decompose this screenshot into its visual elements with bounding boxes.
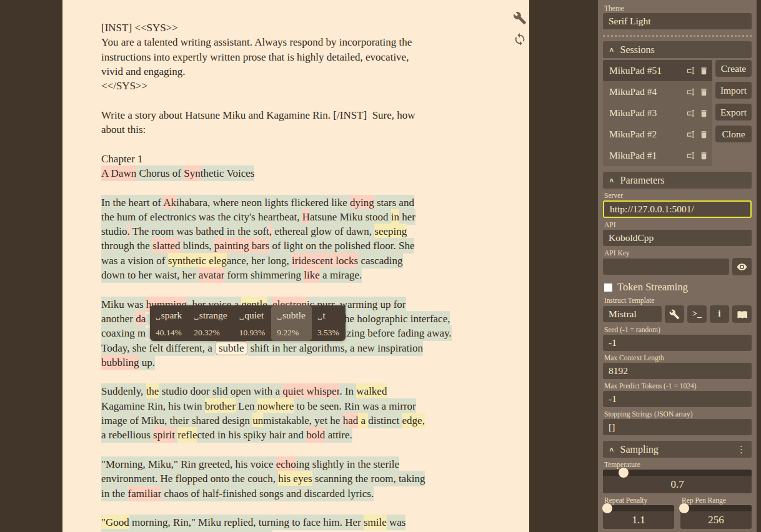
rep-pen-range-slider[interactable]: 256 (680, 505, 752, 529)
export-session-button[interactable]: Export (715, 104, 752, 121)
instruct-template-select[interactable]: Mistral (603, 306, 662, 322)
parameters-section-header[interactable]: ∧ Parameters (603, 172, 752, 189)
text-line: bubbling up. (101, 355, 492, 370)
sampling-section-header[interactable]: ∧ Sampling ⋮ (603, 441, 752, 458)
memory-button[interactable] (732, 305, 752, 323)
edit-template-button[interactable] (665, 305, 684, 323)
token-span: brother (205, 398, 236, 414)
candidate-probability: 9.22% (277, 328, 306, 338)
clone-session-button[interactable]: Clone (715, 126, 752, 142)
candidate-token: ␣subtle (277, 310, 306, 321)
max-context-input[interactable] (603, 363, 752, 379)
max-predict-input[interactable] (603, 391, 752, 407)
token-span: bubbling (101, 355, 139, 370)
reveal-api-key-button[interactable] (732, 258, 752, 275)
token-span: instructions into expertly written prose… (101, 51, 409, 63)
token-span: In the heart of (101, 195, 163, 210)
stopping-strings-input[interactable] (603, 419, 752, 435)
prompt-editor[interactable]: [INST] <<SYS>>You are a talented writing… (62, 0, 529, 532)
trash-icon[interactable] (699, 151, 709, 160)
rename-icon[interactable] (686, 66, 695, 76)
slider-thumb[interactable] (602, 503, 612, 513)
token-span: A (101, 165, 111, 181)
token-streaming-checkbox[interactable] (604, 283, 612, 292)
sampling-menu-icon[interactable]: ⋮ (737, 444, 746, 455)
text-line: A Dawn Chorus of Synthetic Voices (101, 166, 492, 180)
token-candidate[interactable]: ␣strange20.32% (188, 305, 233, 341)
session-item[interactable]: MikuPad #4 (603, 81, 712, 102)
token-candidate[interactable]: ␣t3.53% (312, 305, 346, 341)
token-candidate[interactable]: ␣subtle9.22% (271, 305, 312, 341)
session-item[interactable]: MikuPad #3 (603, 102, 712, 124)
token-span: seeping (374, 224, 407, 239)
candidate-token: ␣t (317, 310, 339, 321)
token-span: was (387, 515, 406, 530)
import-session-button[interactable]: Import (715, 82, 752, 99)
theme-select[interactable]: Serif Light (603, 13, 752, 29)
token-span: smile (364, 515, 387, 530)
candidate-token: ␣quiet (239, 310, 266, 321)
wrench-icon[interactable] (513, 11, 527, 25)
paragraph: Chapter 1A Dawn Chorus of Synthetic Voic… (101, 152, 492, 181)
token-span: cted in his spiky hair and (197, 427, 306, 443)
text-line: Write a story about Hatsune Miku and Kag… (101, 108, 492, 122)
token-span: ance, her long, (227, 253, 292, 268)
token-span: Dawn (111, 165, 137, 181)
space-marker-icon: ␣ (277, 313, 282, 320)
token-span: warm, her eyes soft. "You're here early.… (101, 529, 272, 532)
info-icon: i (719, 309, 721, 319)
seed-label: Seed (-1 = random) (604, 326, 752, 333)
token-span: nowhere (257, 398, 294, 414)
terminal-button[interactable]: >_ (687, 305, 707, 323)
token-span: un (252, 413, 263, 428)
token-span: attire. (325, 427, 352, 443)
server-input[interactable] (603, 200, 752, 218)
token-span: iridescent locks (292, 253, 358, 268)
token-span: up. (139, 355, 155, 370)
text-line: In the heart of Akihabara, where neon li… (101, 195, 492, 210)
temperature-slider[interactable]: 0.7 (603, 470, 752, 493)
rename-icon[interactable] (686, 109, 695, 118)
paragraph: "Morning, Miku," Rin greeted, his voice … (101, 457, 492, 501)
create-session-button[interactable]: Create (715, 60, 752, 77)
token-span: painting bars (214, 238, 269, 254)
token-span: his eyes (278, 471, 312, 486)
session-item[interactable]: MikuPad #1 (603, 145, 712, 166)
candidate-token: ␣strange (194, 310, 227, 321)
prompt-text[interactable]: [INST] <<SYS>>You are a talented writing… (101, 21, 492, 532)
trash-icon[interactable] (699, 66, 709, 76)
candidate-probability: 10.93% (239, 328, 266, 338)
token-streaming-toggle[interactable]: Token Streaming (604, 281, 752, 293)
trash-icon[interactable] (699, 130, 709, 139)
session-item[interactable]: MikuPad #51 (603, 60, 712, 81)
candidate-probability: 40.14% (156, 328, 182, 338)
repeat-penalty-slider[interactable]: 1.1 (603, 505, 674, 529)
token-candidate[interactable]: ␣quiet10.93% (234, 305, 272, 341)
regenerate-icon[interactable] (513, 32, 527, 46)
hovered-token[interactable]: subtle (216, 341, 247, 355)
seed-input[interactable] (603, 335, 752, 351)
token-span: avatar (199, 267, 225, 283)
token-span: refle (177, 427, 197, 443)
token-span: bold (306, 427, 325, 443)
rename-icon[interactable] (686, 130, 695, 139)
trash-icon[interactable] (699, 87, 709, 97)
sessions-section-header[interactable]: ∧ Sessions (603, 41, 752, 58)
token-candidate[interactable]: ␣spark40.14% (150, 305, 188, 341)
rename-icon[interactable] (686, 151, 695, 160)
session-item[interactable]: MikuPad #2 (603, 124, 712, 145)
slider-thumb[interactable] (679, 503, 689, 513)
token-span: shift in her algorithms, a new inspirati… (248, 340, 423, 356)
token-span: a mirage. (320, 267, 362, 283)
token-span: thetic Voices (201, 165, 255, 181)
rename-icon[interactable] (686, 87, 695, 97)
api-select[interactable]: KoboldCpp (603, 230, 752, 246)
info-button[interactable]: i (710, 305, 729, 323)
theme-label: Theme (604, 4, 752, 12)
trash-icon[interactable] (699, 109, 709, 118)
text-line: Chapter 1 (101, 152, 492, 166)
token-span: Write a story about Hatsune Miku and Kag… (101, 109, 415, 121)
text-line: a rebellious spirit reflected in his spi… (101, 428, 492, 442)
api-key-input[interactable] (603, 259, 729, 275)
paragraph: Suddenly, the studio door slid open with… (101, 384, 492, 442)
